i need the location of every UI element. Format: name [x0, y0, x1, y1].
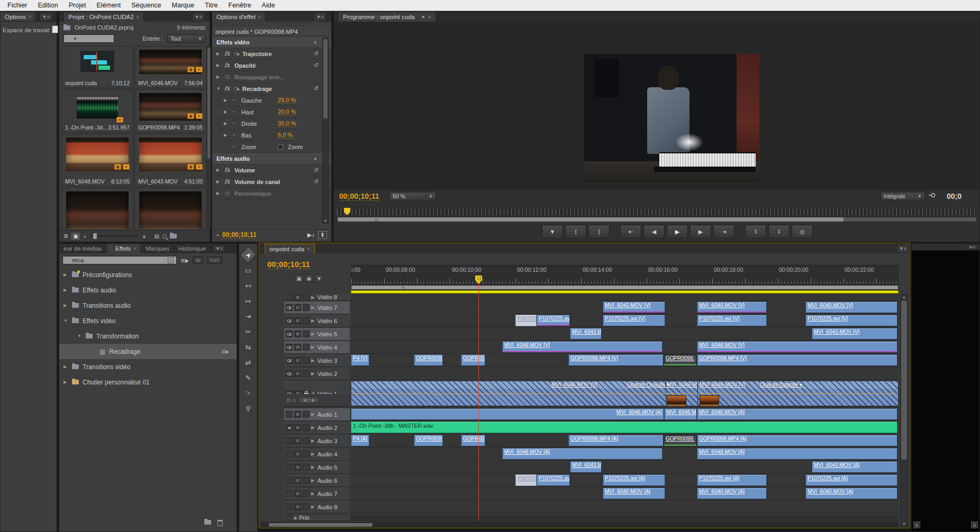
clip[interactable]: P10702: [515, 315, 537, 326]
track-lock-icon[interactable]: [303, 331, 310, 337]
mute-slot[interactable]: [286, 437, 293, 444]
track-header-vidéo-2[interactable]: ⊟▶Vidéo 2: [284, 368, 350, 380]
tree-item-transitions-audio[interactable]: ▶Transitions audio: [59, 298, 237, 313]
mute-slot[interactable]: [286, 411, 293, 418]
mark-in-button[interactable]: {: [565, 225, 586, 239]
tab-marques[interactable]: Marques: [141, 244, 174, 253]
effect-row[interactable]: ▶fxVolume de canal↺: [212, 176, 331, 188]
track-header-audio-7[interactable]: ⊟▶Audio 7: [284, 488, 350, 500]
panel-grip[interactable]: ⁞: [205, 12, 210, 22]
clip[interactable]: P1070225.avi [V]: [603, 315, 665, 326]
toggle-track-output-eye-icon[interactable]: [286, 370, 293, 377]
track-row-audio-6[interactable]: P10702P1070225.avP1070225.avi [A]P107022…: [351, 474, 899, 487]
program-mini-ruler[interactable]: [337, 209, 977, 215]
clip[interactable]: GOPR0098: [414, 354, 443, 366]
track-lock-icon[interactable]: [303, 503, 310, 510]
icon-view-button[interactable]: ▣: [71, 233, 79, 240]
clip[interactable]: GOPR0098.: [664, 354, 697, 366]
timeline-zoom-scrollbar[interactable]: ⦀⦀: [351, 285, 899, 290]
twirl-icon[interactable]: ▶: [224, 98, 229, 103]
panel-menu-icon[interactable]: ▼≡: [314, 12, 326, 22]
twirl-icon[interactable]: ▶: [311, 371, 316, 376]
tree-item-recadrage[interactable]: ▦Recadrage≣▶: [59, 344, 237, 359]
tab-program[interactable]: Programme : onpoint cuda▼×: [339, 12, 435, 22]
track-row-vidéo-1[interactable]: MVI_6046.MOV [V]Opacité:Opacité ▾MVI_604…: [351, 381, 899, 407]
track-lock-icon[interactable]: [303, 451, 310, 457]
clip[interactable]: MVI_6046.MOV [A]: [351, 408, 664, 420]
clip[interactable]: P1070225.avi [A]: [697, 474, 767, 486]
new-bin-icon[interactable]: [170, 234, 177, 239]
stopwatch-icon[interactable]: ◔: [232, 97, 239, 103]
reset-effect-icon[interactable]: ↺: [314, 178, 319, 185]
effect-param-row[interactable]: ◔ZoomZoom: [212, 141, 331, 153]
effect-param-row[interactable]: ▶◔Droite30,0 %: [212, 118, 331, 130]
track-header-vidéo-3[interactable]: ⊟▶Vidéo 3: [284, 354, 350, 367]
clip[interactable]: P1070225.av: [537, 474, 570, 486]
play-button[interactable]: ▶: [667, 225, 688, 239]
panel-menu-icon[interactable]: ▼≡: [896, 244, 909, 253]
zoom-out-icon[interactable]: ▲: [83, 234, 87, 238]
twirl-icon[interactable]: ▶: [224, 109, 229, 114]
toggle-track-output-eye-icon[interactable]: [286, 331, 293, 337]
bin-up-icon[interactable]: [63, 25, 70, 30]
project-item[interactable]: ≋1 -On Point -3d...3:51.957: [61, 89, 133, 133]
sync-lock-icon[interactable]: ⊟: [294, 294, 301, 301]
twirl-icon[interactable]: ▶: [311, 318, 316, 323]
effect-row[interactable]: ▶fxOpacité↺: [212, 60, 331, 71]
panel-menu-icon[interactable]: ▼≡: [192, 12, 205, 22]
rate-stretch-tool[interactable]: ⇥: [242, 310, 255, 322]
clip[interactable]: GOPR0098.MP4 [A]: [568, 435, 664, 446]
project-item[interactable]: onpoint cuda7;10;12: [61, 46, 133, 88]
track-lock-icon[interactable]: [303, 304, 310, 311]
keyframe-nav[interactable]: ◀ ◇ ▶: [298, 397, 320, 403]
project-item[interactable]: ▦≋MVI_6043.MOV4:51:00: [134, 134, 205, 187]
clip[interactable]: MVI_6043.M: [570, 461, 602, 473]
go-to-out-button[interactable]: ⇥: [713, 225, 734, 239]
header-grip[interactable]: ⁙: [324, 29, 328, 34]
twirl-icon[interactable]: ▶: [216, 191, 222, 196]
menu-item-titre[interactable]: Titre: [199, 0, 223, 11]
twirl-icon[interactable]: ▶: [311, 491, 316, 496]
project-item[interactable]: ▦≋MVI_6048.MOV8:13:05: [61, 134, 133, 187]
solo-right-button[interactable]: S: [971, 521, 978, 528]
twirl-icon[interactable]: ▶: [311, 452, 316, 456]
mute-slot[interactable]: [286, 464, 293, 471]
track-row-audio-1[interactable]: MVI_6046.MOV [A]MVI_6046.MMVI_6046.MOV […: [351, 408, 899, 421]
yuv-filter-icon[interactable]: YUV: [207, 256, 222, 264]
track-header-audio-2[interactable]: ◀)⊟▶Audio 2: [284, 421, 350, 434]
clip[interactable]: GOPR0098: [414, 435, 443, 446]
snap-toggle-icon[interactable]: ▣: [295, 274, 303, 282]
wrench-icon[interactable]: ⚲: [928, 192, 937, 198]
stopwatch-icon[interactable]: ◔: [232, 132, 239, 138]
timeline-h-scrollbar[interactable]: [261, 522, 899, 528]
tree-item-transformation[interactable]: ▼Transformation: [59, 328, 237, 344]
timeline-timecode[interactable]: 00;00;10;11: [267, 260, 310, 269]
track-row-audio-7[interactable]: MVI_6040.MOV [A]MVI_6040.MOV [A]MVI_6040…: [351, 488, 899, 500]
project-item[interactable]: [61, 188, 133, 229]
sync-lock-icon[interactable]: ⊟: [294, 304, 301, 311]
panel-menu-icon[interactable]: ▼≡: [213, 245, 225, 252]
go-to-in-button[interactable]: ⇤: [620, 225, 641, 239]
twirl-icon[interactable]: ▶: [63, 364, 68, 369]
slip-tool[interactable]: ⇆: [242, 341, 255, 353]
twirl-icon[interactable]: ▶: [224, 121, 229, 126]
param-value[interactable]: 30,0 %: [278, 120, 296, 127]
project-item[interactable]: ▦≋MVI_6046.MOV7:56:04: [134, 46, 205, 88]
sync-lock-icon[interactable]: ⊟: [294, 437, 301, 444]
clip[interactable]: MVI_6048.MOV [V]: [697, 341, 897, 353]
stopwatch-icon[interactable]: ◔: [232, 109, 239, 115]
project-scrollbar[interactable]: [206, 46, 211, 229]
toggle-track-output-eye-icon[interactable]: [286, 317, 293, 324]
effect-row[interactable]: ▶fx□▸Trajectoire↺: [212, 48, 331, 60]
delete-icon[interactable]: [217, 520, 223, 526]
clip[interactable]: GOPR0098.MP4 [A]: [697, 435, 897, 446]
tab-sequence[interactable]: onpoint cuda×: [265, 244, 315, 253]
sync-lock-icon[interactable]: ⊟: [294, 411, 301, 418]
clip[interactable]: MVI_6048.MOV [A]: [502, 448, 663, 460]
entry-filter-dropdown[interactable]: Tout▼: [167, 34, 205, 43]
track-header-audio-5[interactable]: ⊟▶Audio 5: [284, 461, 350, 474]
list-view-button[interactable]: ≣: [63, 233, 68, 240]
tab-historique[interactable]: Historique: [174, 244, 211, 253]
ripple-edit-tool[interactable]: ↤: [242, 280, 255, 291]
step-forward-button[interactable]: ▶: [690, 225, 711, 239]
